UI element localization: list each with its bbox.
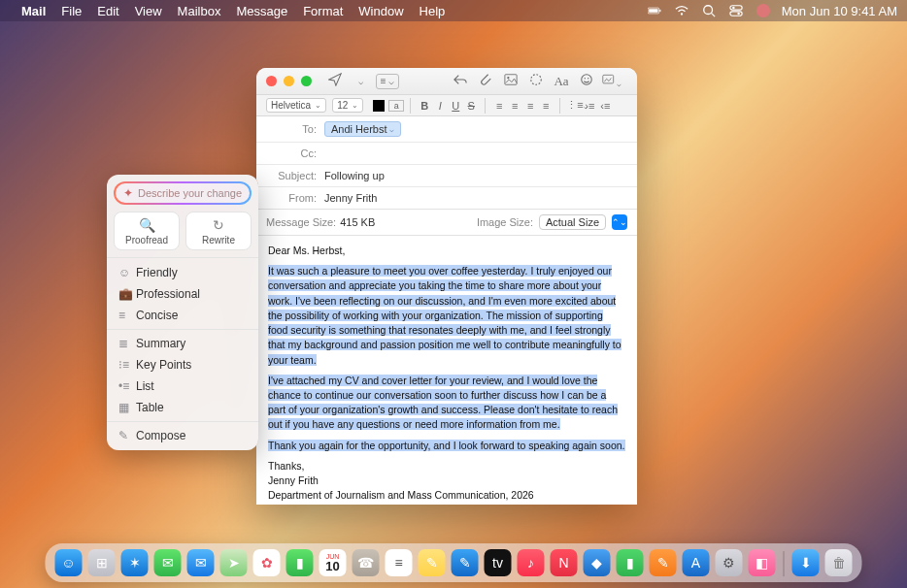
- tone-professional[interactable]: 💼Professional: [107, 283, 258, 305]
- text-color-swatch[interactable]: [373, 100, 385, 112]
- dock-freeform[interactable]: ✎: [452, 549, 479, 576]
- dock-downloads[interactable]: ⬇: [792, 549, 820, 576]
- menu-file[interactable]: File: [61, 4, 82, 18]
- dock-calendar[interactable]: JUN10: [319, 549, 347, 576]
- transform-summary[interactable]: ≣Summary: [107, 333, 258, 354]
- menu-edit[interactable]: Edit: [97, 4, 118, 18]
- dock-photos[interactable]: ✿: [253, 549, 281, 576]
- transform-keypoints[interactable]: ⁝≡Key Points: [107, 354, 258, 376]
- font-size-select[interactable]: 12⌄: [332, 98, 363, 113]
- describe-change-input[interactable]: ✦ Describe your change: [114, 181, 252, 205]
- dock-app-blue[interactable]: ◆: [584, 549, 611, 576]
- list-button[interactable]: ⋮≡⌵: [566, 99, 582, 112]
- battery-icon[interactable]: [648, 4, 661, 17]
- dock-messages[interactable]: ✉: [154, 549, 182, 576]
- writing-tools-popover: ✦ Describe your change 🔍 Proofread ↻ Rew…: [107, 175, 258, 450]
- menu-help[interactable]: Help: [420, 4, 446, 18]
- dock-contacts[interactable]: ☎: [353, 549, 380, 576]
- to-label: To:: [266, 123, 317, 135]
- indent-right-icon[interactable]: ›≡: [582, 100, 597, 112]
- send-icon[interactable]: [325, 73, 345, 89]
- signature-line: Jenny Frith: [268, 474, 625, 488]
- dock-app-pink[interactable]: ◧: [749, 549, 776, 576]
- dock-tv[interactable]: tv: [485, 549, 512, 576]
- message-body[interactable]: Dear Ms. Herbst, It was such a pleasure …: [256, 236, 637, 505]
- transform-list[interactable]: •≡List: [107, 376, 258, 397]
- dock-mail[interactable]: ✉: [187, 549, 215, 576]
- cc-row[interactable]: Cc:: [256, 143, 637, 165]
- menu-view[interactable]: View: [135, 4, 162, 18]
- user-icon[interactable]: [756, 4, 770, 17]
- lines-icon: ≣: [118, 337, 136, 350]
- dock-safari[interactable]: ✶: [121, 549, 149, 576]
- underline-button[interactable]: U: [448, 100, 463, 112]
- spotlight-icon[interactable]: [702, 4, 716, 17]
- format-bar: Helvetica⌄ 12⌄ a B I U S ≡ ≡ ≡ ≡ ⋮≡⌵ ›≡ …: [256, 95, 637, 116]
- bold-button[interactable]: B: [417, 100, 432, 112]
- control-center-icon[interactable]: [729, 4, 743, 17]
- reply-icon[interactable]: [451, 73, 470, 89]
- header-fields-icon[interactable]: ≡ ⌵: [376, 74, 399, 89]
- menu-mailbox[interactable]: Mailbox: [178, 4, 221, 18]
- dock-divider: [784, 551, 785, 576]
- dock-settings[interactable]: ⚙: [716, 549, 743, 576]
- size-row: Message Size: 415 KB Image Size: Actual …: [256, 210, 637, 236]
- subject-field[interactable]: Following up: [324, 170, 385, 181]
- align-left-icon[interactable]: ≡: [491, 100, 507, 112]
- menubar: Mail File Edit View Mailbox Message Form…: [0, 0, 907, 21]
- menu-message[interactable]: Message: [236, 4, 287, 18]
- photo-browser-icon[interactable]: ⌵: [602, 73, 621, 89]
- dock-launchpad[interactable]: ⊞: [88, 549, 116, 576]
- wifi-icon[interactable]: [675, 4, 689, 17]
- dock-maps[interactable]: ➤: [220, 549, 248, 576]
- writing-tools-icon[interactable]: [526, 73, 546, 89]
- tone-friendly[interactable]: ☺Friendly: [107, 262, 258, 283]
- menubar-clock[interactable]: Mon Jun 10 9:41 AM: [782, 4, 897, 18]
- indent-left-icon[interactable]: ‹≡: [597, 100, 613, 112]
- bg-color-icon[interactable]: a: [388, 100, 404, 112]
- insert-image-icon[interactable]: [501, 73, 521, 89]
- zoom-button[interactable]: [301, 76, 312, 86]
- dock-music[interactable]: ♪: [518, 549, 545, 576]
- dock-pages[interactable]: ✎: [650, 549, 677, 576]
- dock-notes[interactable]: ✎: [419, 549, 446, 576]
- dock-reminders[interactable]: ≡: [386, 549, 413, 576]
- strike-button[interactable]: S: [463, 100, 479, 112]
- from-field[interactable]: Jenny Frith: [324, 192, 377, 204]
- dock-facetime[interactable]: ▮: [286, 549, 314, 576]
- format-icon[interactable]: Aa: [552, 74, 571, 89]
- from-row: From: Jenny Frith: [256, 187, 637, 209]
- font-select[interactable]: Helvetica⌄: [266, 98, 326, 113]
- proofread-button[interactable]: 🔍 Proofread: [114, 212, 180, 250]
- emoji-icon[interactable]: [577, 73, 596, 89]
- svg-rect-6: [730, 6, 742, 10]
- align-center-icon[interactable]: ≡: [507, 100, 522, 112]
- svg-point-14: [585, 78, 586, 79]
- svg-rect-7: [730, 12, 742, 16]
- smile-icon: ☺: [118, 266, 136, 279]
- dock-finder[interactable]: ☺: [55, 549, 83, 576]
- svg-line-5: [711, 14, 715, 17]
- image-size-select[interactable]: Actual Size: [539, 214, 606, 230]
- menu-format[interactable]: Format: [303, 4, 343, 18]
- tone-concise[interactable]: ≡Concise: [107, 305, 258, 326]
- dock-numbers[interactable]: ▮: [617, 549, 644, 576]
- compose-item[interactable]: ✎Compose: [107, 425, 258, 446]
- align-justify-icon[interactable]: ≡: [538, 100, 554, 112]
- dock-appstore[interactable]: A: [683, 549, 710, 576]
- menu-app[interactable]: Mail: [21, 4, 46, 18]
- align-right-icon[interactable]: ≡: [522, 100, 538, 112]
- recipient-token[interactable]: Andi Herbst⌵: [324, 121, 401, 137]
- dock-news[interactable]: N: [551, 549, 578, 576]
- image-size-menu-button[interactable]: ⌃⌄: [612, 214, 627, 230]
- dock-trash[interactable]: 🗑: [825, 549, 853, 576]
- chevron-down-icon: ⌄: [315, 101, 321, 110]
- rewrite-button[interactable]: ↻ Rewrite: [185, 212, 252, 250]
- minimize-button[interactable]: [284, 76, 294, 86]
- attach-icon[interactable]: [476, 73, 495, 89]
- menu-window[interactable]: Window: [358, 4, 403, 18]
- close-button[interactable]: [266, 76, 277, 86]
- send-dropdown-icon[interactable]: ⌵: [351, 77, 370, 86]
- transform-table[interactable]: ▦Table: [107, 397, 258, 418]
- italic-button[interactable]: I: [432, 100, 448, 112]
